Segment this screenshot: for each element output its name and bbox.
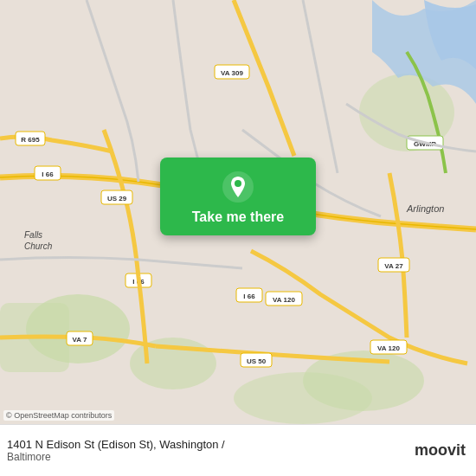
svg-text:US 50: US 50	[247, 357, 267, 365]
location-pin-icon	[222, 171, 254, 203]
svg-text:Falls: Falls	[24, 230, 42, 240]
svg-text:R 695: R 695	[21, 136, 40, 144]
svg-text:US 29: US 29	[107, 195, 127, 203]
svg-text:Church: Church	[24, 241, 53, 251]
map-container: I 66 I 66 I 66 VA 309 US 29 R 695 VA 120…	[0, 0, 476, 424]
svg-text:VA 7: VA 7	[73, 336, 87, 344]
svg-text:VA 27: VA 27	[384, 262, 403, 270]
svg-point-6	[234, 372, 372, 424]
address-block: 1401 N Edison St (Edison St), Washington…	[7, 438, 225, 463]
take-me-there-button[interactable]: Take me there	[160, 158, 316, 235]
svg-text:I 66: I 66	[42, 170, 54, 178]
svg-text:VA 120: VA 120	[273, 296, 295, 304]
svg-text:I 66: I 66	[243, 293, 255, 300]
moovit-logo: moovit	[415, 441, 466, 460]
svg-text:Arlington: Arlington	[406, 203, 444, 214]
moovit-full-text: moovit	[415, 441, 466, 460]
take-me-there-label: Take me there	[192, 209, 284, 225]
svg-point-35	[235, 180, 241, 187]
map-attribution: © OpenStreetMap contributors	[3, 410, 114, 421]
svg-text:VA 120: VA 120	[377, 344, 400, 352]
info-bar: 1401 N Edison St (Edison St), Washington…	[0, 424, 476, 476]
address-line1: 1401 N Edison St (Edison St), Washington…	[7, 438, 225, 451]
address-line2: Baltimore	[7, 451, 225, 463]
svg-text:VA 309: VA 309	[221, 69, 243, 77]
